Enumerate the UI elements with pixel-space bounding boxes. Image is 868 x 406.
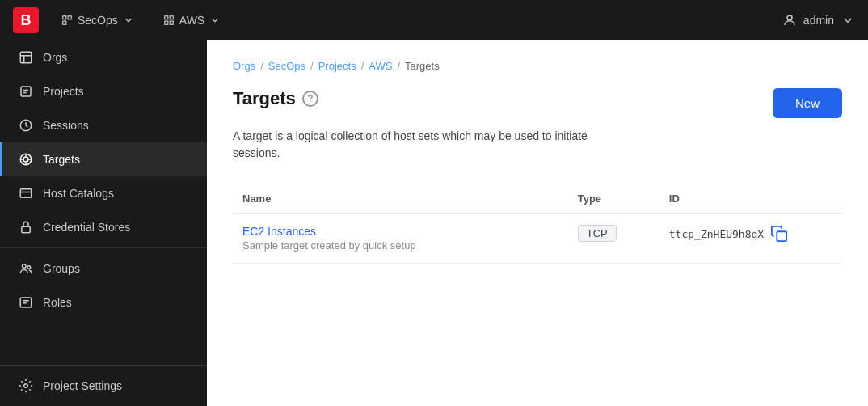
app-logo[interactable]: B (13, 7, 39, 33)
svg-rect-27 (777, 231, 786, 241)
sidebar-item-label: Roles (43, 296, 72, 309)
svg-rect-0 (63, 16, 66, 19)
sidebar-item-groups[interactable]: Groups (0, 252, 207, 285)
building-icon (19, 50, 33, 65)
help-button[interactable]: ? (302, 91, 318, 107)
sidebar-item-roles[interactable]: Roles (0, 285, 207, 319)
type-badge: TCP (578, 225, 617, 242)
projects-icon (19, 84, 33, 99)
settings-icon (19, 379, 33, 393)
breadcrumb-orgs[interactable]: Orgs (233, 60, 255, 72)
sidebar-item-project-settings[interactable]: Project Settings (0, 366, 207, 406)
sidebar-item-label: Orgs (43, 51, 67, 64)
provider-label: AWS (179, 14, 204, 27)
sidebar-item-targets[interactable]: Targets (0, 142, 207, 176)
svg-rect-5 (165, 21, 168, 24)
svg-point-7 (787, 15, 792, 20)
id-cell-container: ttcp_ZnHEU9h8qX (669, 225, 832, 243)
credential-stores-icon (19, 220, 33, 235)
host-catalogs-icon (19, 186, 33, 201)
svg-point-21 (23, 264, 27, 269)
chevron-down-icon (841, 13, 855, 27)
breadcrumb-current: Targets (405, 60, 440, 72)
target-name-cell: EC2 Instances Sample target created by q… (233, 214, 568, 264)
copy-icon[interactable] (770, 225, 788, 243)
top-nav: B SecOps AWS admin (0, 0, 868, 40)
target-description: Sample target created by quick setup (242, 239, 558, 252)
main-content: Orgs / SecOps / Projects / AWS / Targets… (207, 40, 868, 406)
target-id-text: ttcp_ZnHEU9h8qX (669, 228, 764, 240)
roles-icon (19, 295, 33, 310)
sidebar-item-label: Groups (43, 262, 80, 275)
target-type-cell: TCP (568, 214, 659, 264)
user-icon (782, 13, 797, 27)
grid-icon (163, 15, 175, 26)
table-row: EC2 Instances Sample target created by q… (233, 214, 842, 264)
groups-icon (19, 261, 33, 276)
sidebar-item-label: Projects (43, 85, 84, 98)
sessions-icon (19, 118, 33, 133)
user-label: admin (803, 14, 834, 27)
svg-rect-20 (22, 226, 31, 233)
svg-rect-6 (170, 21, 173, 24)
chevron-down-icon (209, 15, 221, 26)
sidebar-item-label: Project Settings (43, 379, 122, 392)
breadcrumb-sep-0: / (260, 60, 263, 72)
sidebar: Orgs Projects Sessions Targets Host Cata… (0, 40, 207, 406)
workspace-selector[interactable]: SecOps (55, 11, 141, 30)
svg-point-26 (24, 384, 28, 388)
sidebar-item-sessions[interactable]: Sessions (0, 108, 207, 142)
breadcrumb: Orgs / SecOps / Projects / AWS / Targets (233, 60, 842, 72)
chevron-down-icon (123, 15, 134, 26)
breadcrumb-sep-2: / (361, 60, 364, 72)
svg-rect-4 (170, 16, 173, 19)
svg-rect-1 (68, 16, 71, 19)
user-menu[interactable]: admin (782, 13, 855, 27)
sidebar-bottom: Project Settings (0, 365, 207, 406)
breadcrumb-secops[interactable]: SecOps (268, 60, 305, 72)
sidebar-item-host-catalogs[interactable]: Host Catalogs (0, 176, 207, 210)
col-id: ID (659, 184, 842, 214)
sidebar-item-label: Host Catalogs (43, 187, 114, 200)
svg-point-13 (23, 157, 28, 162)
sidebar-item-projects[interactable]: Projects (0, 74, 207, 108)
targets-table: Name Type ID EC2 Instances Sample target… (233, 184, 842, 264)
sidebar-item-orgs[interactable]: Orgs (0, 40, 207, 74)
targets-icon (19, 152, 33, 167)
breadcrumb-aws[interactable]: AWS (369, 60, 392, 72)
page-title-row: Targets ? (233, 88, 318, 109)
breadcrumb-projects[interactable]: Projects (318, 60, 356, 72)
target-id-cell: ttcp_ZnHEU9h8qX (659, 214, 842, 264)
breadcrumb-sep-3: / (397, 60, 400, 72)
breadcrumb-sep-1: / (310, 60, 314, 72)
svg-rect-18 (20, 189, 32, 198)
col-name: Name (233, 184, 568, 214)
sidebar-item-label: Sessions (43, 119, 89, 132)
workspace-label: SecOps (78, 14, 118, 27)
svg-rect-2 (63, 21, 66, 24)
page-title: Targets (233, 88, 296, 109)
page-description: A target is a logical collection of host… (233, 128, 842, 162)
target-name-link[interactable]: EC2 Instances (242, 225, 558, 238)
svg-point-22 (27, 266, 31, 269)
sidebar-item-label: Targets (43, 153, 80, 166)
svg-rect-8 (20, 52, 32, 63)
new-button[interactable]: New (773, 88, 842, 118)
col-type: Type (568, 184, 659, 214)
svg-rect-3 (165, 16, 168, 19)
sidebar-divider (0, 247, 207, 248)
sidebar-item-label: Credential Stores (43, 221, 130, 234)
page-header: Targets ? New (233, 88, 842, 118)
sidebar-item-credential-stores[interactable]: Credential Stores (0, 210, 207, 244)
provider-selector[interactable]: AWS (157, 11, 227, 30)
workspace-icon (61, 15, 73, 26)
